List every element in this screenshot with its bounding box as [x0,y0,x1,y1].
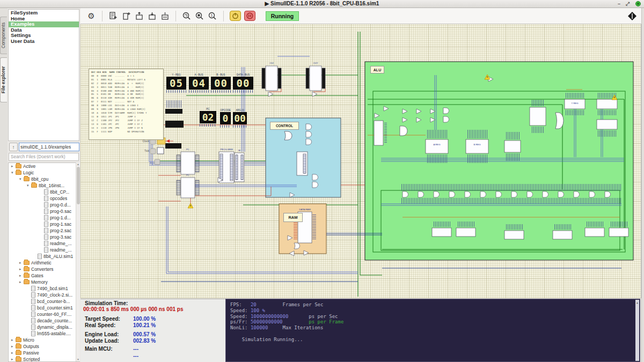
tree-item[interactable]: prog-2.sac [9,227,79,234]
instruction-table[interactable]: DEC HEX BIN NAME CONTROL DESCRIPTION 00 … [89,69,164,140]
tree-item[interactable]: 8bit_cpu [9,176,79,182]
tree-item[interactable]: prog-0.sac [9,208,79,215]
tree-item[interactable]: Arithmetic [9,260,79,266]
tree-item[interactable]: Logic [9,169,79,176]
titlebar[interactable]: ▶ SimulIDE-1.1.0 R2056 - 8bit_CPU-B16.si… [0,0,644,8]
zoom-extents-icon[interactable] [194,11,205,21]
tab-components[interactable]: Components [0,17,7,54]
ouy-register-chip[interactable] [306,66,325,91]
tree-item[interactable]: readme_... [9,247,79,253]
tree-item[interactable]: Outputs [9,343,79,350]
new-file-icon[interactable] [121,11,131,21]
expand-icon[interactable] [11,171,16,175]
buffer-gate[interactable] [268,92,273,97]
path-field[interactable]: simulIDE_1.1.0/examples [19,143,79,151]
control-decoder-chip[interactable] [297,152,308,175]
expand-icon[interactable] [11,351,16,355]
tree-item[interactable]: Active [9,163,79,169]
power-icon[interactable] [230,11,241,21]
tree-item[interactable]: 7490_clock-2.si... [9,292,79,298]
tree-item[interactable]: 8bit_CP... [9,189,79,195]
search-input[interactable]: Search Files (Doesn't work) [9,153,79,161]
restore-icon[interactable]: ⤢ [624,1,631,8]
prog-mem-chip[interactable] [219,152,234,183]
up-directory-icon[interactable]: ↑ [9,143,18,151]
b-reg-chip[interactable] [466,130,488,163]
tree-item[interactable]: 7490_bcd.sim1 [9,285,79,292]
ir-chip[interactable] [235,153,244,182]
tree-item[interactable]: decade_counte... [9,317,79,324]
seven-seg-display[interactable]: Y - REG 05 [166,73,186,93]
alu-chip[interactable] [530,100,546,133]
tree-item[interactable]: Micro [9,337,79,343]
tree-item[interactable]: Passive [9,350,79,356]
alu-bottom-chip[interactable] [585,221,604,237]
filesystem-item-selected[interactable]: Examples [9,21,79,27]
save-as-icon[interactable] [159,11,170,21]
tree-item[interactable]: prog-3.sac [9,234,79,240]
tree-item[interactable]: counter-60_FF.... [9,311,79,317]
tree-item[interactable]: bcd_counter.sim1 [9,305,79,311]
zoom-fit-icon[interactable] [181,11,192,21]
tree-item[interactable]: readme_... [9,240,79,247]
tree-item[interactable]: 8bit_ALU.sim1 [9,253,79,260]
pc-chip[interactable] [177,178,199,198]
seven-seg-display[interactable]: PC 02 [200,108,216,127]
circuit-canvas[interactable]: DEC HEX BIN NAME CONTROL DESCRIPTION 00 … [80,24,641,298]
tree-item[interactable]: 8bit_16inst... [9,182,79,189]
expand-icon[interactable] [19,261,24,265]
open-circuit-icon[interactable] [134,11,144,21]
tick-switch[interactable] [150,147,164,154]
seven-seg-display[interactable]: ARG (I) 00 [233,109,247,128]
tree-item[interactable]: Memory [9,279,79,285]
alu-chip[interactable] [504,132,521,161]
expand-icon[interactable] [11,164,16,168]
tree-item[interactable]: Scripted [9,356,79,362]
expand-icon[interactable] [11,357,16,361]
tree-item[interactable]: Converters [9,266,79,272]
expand-icon[interactable] [19,177,24,181]
filesystem-item[interactable]: User Data [9,39,79,45]
tree-item[interactable]: dynamic_displa... [9,324,79,330]
pc-chip[interactable] [177,152,199,174]
tree-item[interactable]: prog-1.d... [9,215,79,221]
tree-item[interactable]: prog-1.sac [9,221,79,227]
alu-bottom-chip[interactable] [432,221,451,237]
new-circuit-icon[interactable] [108,11,119,21]
oui-register-chip[interactable] [262,66,281,91]
alu-bottom-chip[interactable] [456,221,475,237]
alu-bottom-chip[interactable] [553,224,572,239]
zoom-one-icon[interactable]: 1 [207,11,218,21]
seven-seg-display[interactable]: DATA - BUS 00 [233,73,253,93]
expand-icon[interactable] [19,267,24,271]
tree-item[interactable]: prog-0.d... [9,202,79,208]
alu-bottom-chip[interactable] [504,224,524,239]
expand-icon[interactable] [11,344,16,349]
seven-seg-display[interactable]: B - BUS 00 [211,73,231,93]
tab-file-explorer[interactable]: File explorer [0,57,7,102]
save-circuit-icon[interactable] [147,11,157,21]
alu-bottom-chip[interactable] [609,221,628,237]
expand-icon[interactable] [11,338,16,342]
alu-chip[interactable] [374,121,387,145]
buffer-gate[interactable] [312,92,317,97]
filesystem-item[interactable]: Settings [9,33,79,39]
close-icon[interactable] [635,1,641,6]
panel-toggle-icon[interactable] [627,11,638,21]
tree-item[interactable]: bcd_counter-b... [9,298,79,305]
seven-seg-display[interactable]: A - BUS 04 [189,73,209,93]
seven-seg-display[interactable]: OPCODE 0 [220,109,231,128]
tree-item[interactable]: Gates [9,272,79,279]
filesystem-item[interactable]: FileSystem [9,10,79,16]
tree-item[interactable]: opcodes [9,195,79,202]
switch[interactable] [155,159,160,165]
console-scrollbar[interactable]: ▲ [635,300,639,361]
minimize-icon[interactable]: – [616,1,623,8]
debug-console[interactable]: FPS: 20 Frames per Sec Speed: 100 % Spee… [225,299,640,362]
expand-icon[interactable] [19,280,24,284]
expand-icon[interactable] [19,274,24,278]
pause-icon[interactable] [244,11,255,21]
tree-item[interactable]: lm555-astable.... [9,330,79,337]
alu-chip[interactable] [597,120,617,137]
expand-icon[interactable] [27,183,31,188]
